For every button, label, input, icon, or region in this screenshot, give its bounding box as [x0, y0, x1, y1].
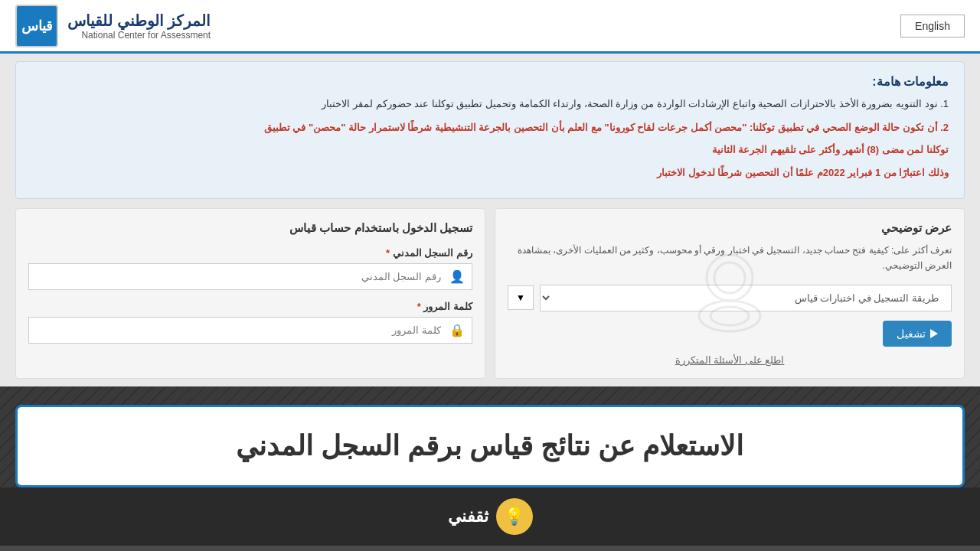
bottom-banner: الاستعلام عن نتائج قياس برقم السجل المدن… — [15, 405, 965, 487]
logo-arabic-name: المركز الوطني للقياس — [67, 11, 211, 30]
login-panel: تسجيل الدخول باستخدام حساب قياس رقم السج… — [15, 208, 485, 379]
login-title: تسجيل الدخول باستخدام حساب قياس — [28, 221, 472, 235]
info-item-2-part2: توكلنا لمن مضى (8) أشهر وأكثر على تلقيهم… — [31, 141, 949, 158]
qiyas-logo-icon: قياس — [15, 5, 58, 47]
password-required: * — [417, 301, 421, 312]
dropdown-arrow-icon[interactable]: ▼ — [508, 285, 534, 310]
tutorial-select[interactable]: طريقة التسجيل في اختبارات قياس — [540, 285, 952, 311]
info-title: معلومات هامة: — [31, 74, 949, 89]
tutorial-description: تعرف أكثر على: كيفية فتح حساب جديد، التس… — [508, 243, 952, 274]
password-input-wrapper: 🔒 — [28, 317, 472, 344]
play-button[interactable]: تشغيل — [883, 321, 952, 347]
lock-icon: 🔒 — [449, 323, 465, 337]
info-box: معلومات هامة: 1. نود التنويه بضرورة الأخ… — [15, 61, 965, 199]
play-icon — [930, 329, 938, 338]
password-input[interactable] — [28, 317, 472, 344]
password-label-text: كلمة المرور — [423, 301, 472, 312]
footer: 💡 ثقفني — [0, 487, 980, 546]
info-item-2-part1: 2. أن تكون حالة الوضع الصحي في تطبيق توك… — [31, 119, 949, 136]
person-icon: 👤 — [449, 269, 465, 284]
national-id-input[interactable] — [28, 263, 472, 290]
bottom-banner-text: الاستعلام عن نتائج قياس برقم السجل المدن… — [41, 430, 939, 462]
footer-logo-icon: 💡 — [496, 498, 533, 535]
national-id-required: * — [386, 247, 390, 259]
play-button-label: تشغيل — [897, 328, 926, 340]
national-id-input-wrapper: 👤 — [28, 263, 472, 290]
national-id-label: رقم السجل المدني * — [28, 247, 472, 259]
logo-english-name: National Center for Assessment — [67, 30, 211, 41]
info-item-2-part3: وذلك اعتبارًا من 1 فبراير 2022م علمًا أن… — [31, 164, 949, 181]
logo-area: المركز الوطني للقياس National Center for… — [15, 5, 211, 47]
logo-text: المركز الوطني للقياس National Center for… — [67, 11, 211, 41]
national-id-label-text: رقم السجل المدني — [393, 247, 472, 259]
footer-logo: 💡 ثقفني — [448, 498, 533, 535]
national-id-group: رقم السجل المدني * 👤 — [28, 247, 472, 290]
tutorial-dropdown-row: طريقة التسجيل في اختبارات قياس ▼ — [508, 285, 952, 311]
password-group: كلمة المرور * 🔒 — [28, 301, 472, 344]
footer-logo-text: ثقفني — [448, 507, 488, 527]
english-button[interactable]: English — [900, 15, 965, 37]
footer-logo-emoji: 💡 — [504, 507, 524, 527]
tutorial-panel: عرض توضيحي تعرف أكثر على: كيفية فتح حساب… — [495, 208, 965, 379]
header: English المركز الوطني للقياس National Ce… — [0, 0, 980, 54]
faq-link[interactable]: اطلع على الأسئلة المتكررة — [508, 354, 952, 366]
main-content: معلومات هامة: 1. نود التنويه بضرورة الأخ… — [0, 54, 980, 386]
diagonal-bg-section: الاستعلام عن نتائج قياس برقم السجل المدن… — [0, 386, 980, 546]
tutorial-title: عرض توضيحي — [508, 221, 952, 235]
info-item-1: 1. نود التنويه بضرورة الأخذ بالاحترازات … — [31, 96, 949, 112]
two-col-section: عرض توضيحي تعرف أكثر على: كيفية فتح حساب… — [15, 208, 965, 379]
password-label: كلمة المرور * — [28, 301, 472, 312]
